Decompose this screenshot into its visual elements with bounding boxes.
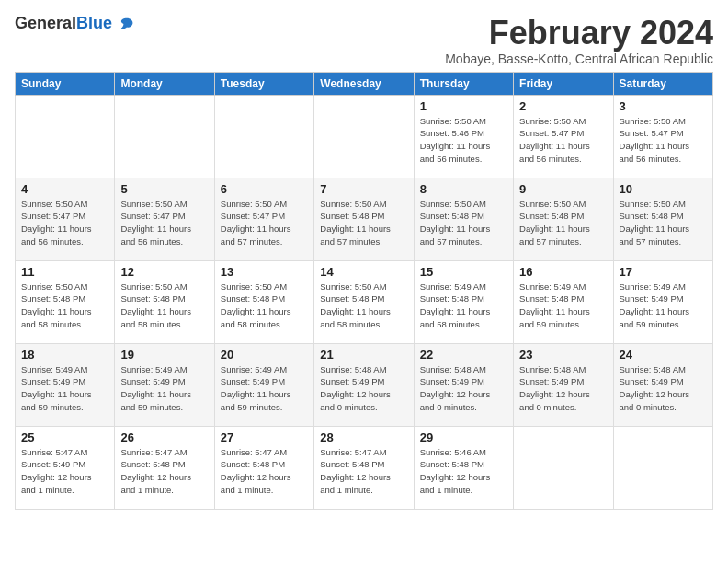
day-number: 20 <box>221 348 308 362</box>
calendar-cell: 19Sunrise: 5:49 AMSunset: 5:49 PMDayligh… <box>115 343 214 426</box>
day-info: Sunrise: 5:50 AMSunset: 5:48 PMDaylight:… <box>519 198 607 248</box>
day-info: Sunrise: 5:50 AMSunset: 5:47 PMDaylight:… <box>221 198 308 248</box>
calendar-header: SundayMondayTuesdayWednesdayThursdayFrid… <box>16 72 713 95</box>
day-info: Sunrise: 5:49 AMSunset: 5:48 PMDaylight:… <box>519 281 607 331</box>
day-number: 11 <box>21 265 108 279</box>
column-header-friday: Friday <box>514 72 613 95</box>
day-number: 12 <box>120 265 208 279</box>
calendar-week-4: 25Sunrise: 5:47 AMSunset: 5:49 PMDayligh… <box>16 426 713 509</box>
day-number: 25 <box>21 431 108 444</box>
day-info: Sunrise: 5:49 AMSunset: 5:49 PMDaylight:… <box>221 363 308 414</box>
day-info: Sunrise: 5:47 AMSunset: 5:48 PMDaylight:… <box>120 446 208 497</box>
calendar-cell: 12Sunrise: 5:50 AMSunset: 5:48 PMDayligh… <box>115 260 214 343</box>
calendar-cell: 20Sunrise: 5:49 AMSunset: 5:49 PMDayligh… <box>214 343 313 426</box>
column-header-thursday: Thursday <box>414 72 513 95</box>
day-number: 13 <box>221 265 308 279</box>
calendar-cell <box>16 95 115 178</box>
calendar-cell <box>214 95 313 178</box>
day-info: Sunrise: 5:48 AMSunset: 5:49 PMDaylight:… <box>320 363 407 414</box>
day-info: Sunrise: 5:48 AMSunset: 5:49 PMDaylight:… <box>519 363 607 414</box>
logo-text: GeneralBlue <box>15 15 135 33</box>
calendar-cell: 11Sunrise: 5:50 AMSunset: 5:48 PMDayligh… <box>16 260 115 343</box>
calendar-week-1: 4Sunrise: 5:50 AMSunset: 5:47 PMDaylight… <box>16 178 713 260</box>
calendar-body: 1Sunrise: 5:50 AMSunset: 5:46 PMDaylight… <box>16 95 713 509</box>
column-header-wednesday: Wednesday <box>314 72 414 95</box>
calendar-cell: 21Sunrise: 5:48 AMSunset: 5:49 PMDayligh… <box>314 343 414 426</box>
day-number: 19 <box>120 348 208 362</box>
day-number: 3 <box>620 99 707 113</box>
day-number: 7 <box>320 182 407 196</box>
day-number: 27 <box>221 431 308 444</box>
column-header-monday: Monday <box>115 72 214 95</box>
calendar-cell: 9Sunrise: 5:50 AMSunset: 5:48 PMDaylight… <box>514 178 613 260</box>
calendar-cell: 4Sunrise: 5:50 AMSunset: 5:47 PMDaylight… <box>16 178 115 260</box>
calendar-cell: 10Sunrise: 5:50 AMSunset: 5:48 PMDayligh… <box>613 178 712 260</box>
calendar-cell: 22Sunrise: 5:48 AMSunset: 5:49 PMDayligh… <box>414 343 513 426</box>
calendar-cell: 14Sunrise: 5:50 AMSunset: 5:48 PMDayligh… <box>314 260 414 343</box>
day-info: Sunrise: 5:48 AMSunset: 5:49 PMDaylight:… <box>620 363 707 414</box>
calendar-week-0: 1Sunrise: 5:50 AMSunset: 5:46 PMDaylight… <box>16 95 713 178</box>
day-info: Sunrise: 5:50 AMSunset: 5:46 PMDaylight:… <box>420 115 507 166</box>
logo-blue: Blue <box>76 14 112 32</box>
calendar-cell: 2Sunrise: 5:50 AMSunset: 5:47 PMDaylight… <box>514 95 613 178</box>
column-header-sunday: Sunday <box>16 72 115 95</box>
day-number: 4 <box>21 182 108 196</box>
calendar-cell: 24Sunrise: 5:48 AMSunset: 5:49 PMDayligh… <box>613 343 712 426</box>
calendar-week-2: 11Sunrise: 5:50 AMSunset: 5:48 PMDayligh… <box>16 260 713 343</box>
calendar-cell: 13Sunrise: 5:50 AMSunset: 5:48 PMDayligh… <box>214 260 313 343</box>
calendar-cell: 6Sunrise: 5:50 AMSunset: 5:47 PMDaylight… <box>214 178 313 260</box>
calendar-cell: 23Sunrise: 5:48 AMSunset: 5:49 PMDayligh… <box>514 343 613 426</box>
calendar-cell: 8Sunrise: 5:50 AMSunset: 5:48 PMDaylight… <box>414 178 513 260</box>
day-number: 26 <box>120 431 208 444</box>
day-number: 1 <box>420 99 507 113</box>
calendar-cell: 29Sunrise: 5:46 AMSunset: 5:48 PMDayligh… <box>414 426 513 509</box>
day-info: Sunrise: 5:49 AMSunset: 5:48 PMDaylight:… <box>420 281 507 331</box>
day-number: 2 <box>519 99 607 113</box>
calendar-week-3: 18Sunrise: 5:49 AMSunset: 5:49 PMDayligh… <box>16 343 713 426</box>
day-number: 22 <box>420 348 507 362</box>
day-info: Sunrise: 5:50 AMSunset: 5:48 PMDaylight:… <box>21 281 108 331</box>
day-info: Sunrise: 5:48 AMSunset: 5:49 PMDaylight:… <box>420 363 507 414</box>
calendar-cell <box>613 426 712 509</box>
day-info: Sunrise: 5:50 AMSunset: 5:47 PMDaylight:… <box>519 115 607 166</box>
calendar-cell <box>314 95 414 178</box>
day-info: Sunrise: 5:47 AMSunset: 5:48 PMDaylight:… <box>320 446 407 497</box>
day-number: 6 <box>221 182 308 196</box>
day-number: 9 <box>519 182 607 196</box>
day-number: 14 <box>320 265 407 279</box>
day-number: 15 <box>420 265 507 279</box>
calendar-cell: 7Sunrise: 5:50 AMSunset: 5:48 PMDaylight… <box>314 178 414 260</box>
page-header: GeneralBlue February 2024 Mobaye, Basse-… <box>15 15 713 66</box>
logo: GeneralBlue <box>15 15 135 33</box>
calendar-table: SundayMondayTuesdayWednesdayThursdayFrid… <box>15 72 713 510</box>
day-info: Sunrise: 5:50 AMSunset: 5:47 PMDaylight:… <box>620 115 707 166</box>
day-info: Sunrise: 5:49 AMSunset: 5:49 PMDaylight:… <box>21 363 108 414</box>
day-info: Sunrise: 5:46 AMSunset: 5:48 PMDaylight:… <box>420 446 507 497</box>
day-info: Sunrise: 5:50 AMSunset: 5:48 PMDaylight:… <box>120 281 208 331</box>
day-number: 23 <box>519 348 607 362</box>
day-info: Sunrise: 5:50 AMSunset: 5:47 PMDaylight:… <box>120 198 208 248</box>
day-number: 17 <box>620 265 707 279</box>
calendar-cell: 18Sunrise: 5:49 AMSunset: 5:49 PMDayligh… <box>16 343 115 426</box>
title-area: February 2024 Mobaye, Basse-Kotto, Centr… <box>445 15 713 66</box>
calendar-cell: 16Sunrise: 5:49 AMSunset: 5:48 PMDayligh… <box>514 260 613 343</box>
calendar-cell: 17Sunrise: 5:49 AMSunset: 5:49 PMDayligh… <box>613 260 712 343</box>
day-number: 8 <box>420 182 507 196</box>
day-number: 16 <box>519 265 607 279</box>
calendar-title: February 2024 <box>445 15 713 52</box>
column-header-saturday: Saturday <box>613 72 712 95</box>
day-number: 21 <box>320 348 407 362</box>
calendar-cell: 25Sunrise: 5:47 AMSunset: 5:49 PMDayligh… <box>16 426 115 509</box>
day-info: Sunrise: 5:50 AMSunset: 5:48 PMDaylight:… <box>320 198 407 248</box>
calendar-cell: 28Sunrise: 5:47 AMSunset: 5:48 PMDayligh… <box>314 426 414 509</box>
calendar-cell: 3Sunrise: 5:50 AMSunset: 5:47 PMDaylight… <box>613 95 712 178</box>
day-number: 10 <box>620 182 707 196</box>
day-info: Sunrise: 5:50 AMSunset: 5:47 PMDaylight:… <box>21 198 108 248</box>
day-info: Sunrise: 5:49 AMSunset: 5:49 PMDaylight:… <box>620 281 707 331</box>
calendar-subtitle: Mobaye, Basse-Kotto, Central African Rep… <box>445 52 713 66</box>
day-info: Sunrise: 5:47 AMSunset: 5:49 PMDaylight:… <box>21 446 108 497</box>
logo-general: General <box>15 14 76 32</box>
calendar-cell <box>115 95 214 178</box>
day-info: Sunrise: 5:47 AMSunset: 5:48 PMDaylight:… <box>221 446 308 497</box>
day-info: Sunrise: 5:50 AMSunset: 5:48 PMDaylight:… <box>420 198 507 248</box>
